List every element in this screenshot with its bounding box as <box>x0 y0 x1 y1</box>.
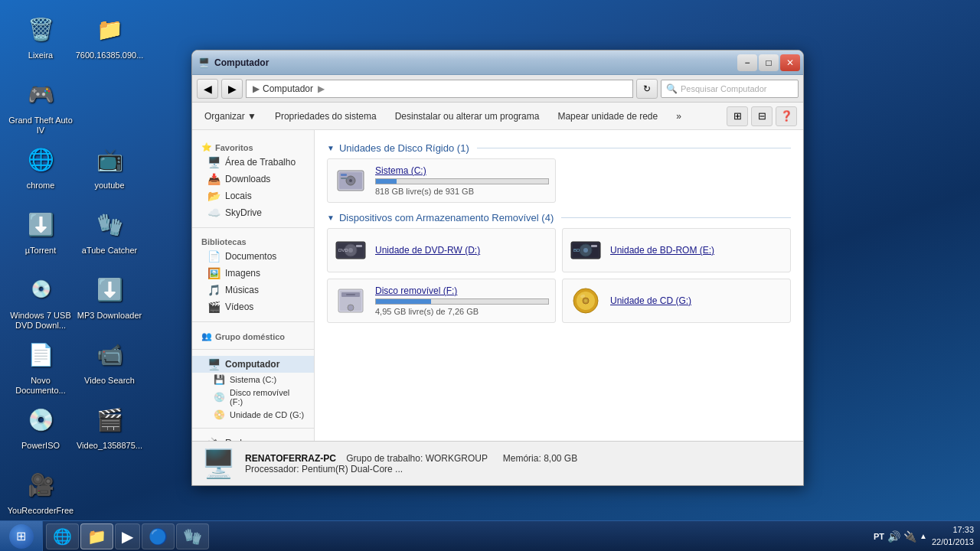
toolbar-organizar[interactable]: Organizar ▼ <box>198 108 263 125</box>
sidebar-item-imagens[interactable]: 🖼️ Imagens <box>192 265 314 282</box>
sidebar-item-rede[interactable]: 🔌 Rede <box>192 435 314 441</box>
toolbar-more[interactable]: » <box>670 108 688 125</box>
desktop-icon-novo[interactable]: 📄 Novo Documento... <box>6 331 75 396</box>
sidebar: ⭐ Favoritos 🖥️ Área de Trabalho 📥 Downlo… <box>192 130 315 441</box>
drive-dvdrw[interactable]: DVD Unidade de DVD-RW (D:) <box>327 228 556 272</box>
tray-network-icon[interactable]: 🔌 <box>903 530 916 543</box>
close-button[interactable]: ✕ <box>780 54 800 71</box>
sidebar-subitem-discof[interactable]: 💿 Disco removível (F:) <box>192 386 314 408</box>
tray-volume-icon[interactable]: 🔊 <box>887 530 900 543</box>
start-orb: ⊞ <box>9 524 34 549</box>
svg-point-15 <box>583 248 588 253</box>
desktop-icon-win7usb[interactable]: 💿 Windows 7 USB DVD Downl... <box>6 266 75 331</box>
sidebar-item-videos[interactable]: 🎬 Vídeos <box>192 298 314 315</box>
sidebar-separator-3 <box>192 349 314 350</box>
desktop-icon-atubecatcher[interactable]: 🧤 aTube Catcher <box>75 201 144 266</box>
sidebar-item-documentos[interactable]: 📄 Documentos <box>192 248 314 265</box>
forward-button[interactable]: ▶ <box>221 79 243 99</box>
sidebar-item-skydrive[interactable]: ☁️ SkyDrive <box>192 204 314 221</box>
sidebar-item-musicas[interactable]: 🎵 Músicas <box>192 282 314 298</box>
tray-arrow-icon[interactable]: ▲ <box>920 532 927 540</box>
desktop-icon-video135[interactable]: 🎬 Video_1358875... <box>75 396 144 461</box>
taskbar-chrome[interactable]: 🔵 <box>142 523 175 549</box>
desktop-icons: 🗑️ Lixeira 📁 7600.16385.090... 🎮 Grand T… <box>0 0 184 520</box>
sidebar-separator-2 <box>192 321 314 322</box>
computer-name: RENATOFERRAZ-PC <box>245 453 336 464</box>
desktop-icon-recycle[interactable]: 🗑️ Lixeira <box>6 6 75 71</box>
sidebar-item-locais[interactable]: 📂 Locais <box>192 187 314 204</box>
sidebar-item-computador[interactable]: 🖥️ Computador <box>192 356 314 373</box>
sidebar-item-downloads[interactable]: 📥 Downloads <box>192 171 314 187</box>
svg-rect-22 <box>346 294 355 295</box>
statusbar: 🖥️ RENATOFERRAZ-PC Grupo de trabalho: WO… <box>192 441 803 485</box>
desktop-icon-mp3downloader[interactable]: ⬇️ MP3 Downloader <box>75 266 144 331</box>
taskbar-media[interactable]: ▶ <box>115 523 140 549</box>
svg-text:DVD: DVD <box>338 248 348 253</box>
desktop-icon-utorrent[interactable]: ⬇️ µTorrent <box>6 201 75 266</box>
music-icon: 🎵 <box>207 284 220 296</box>
statusbar-line2: Processador: Pentium(R) Dual-Core ... <box>245 464 577 474</box>
svg-rect-5 <box>341 178 348 179</box>
skydrive-icon: ☁️ <box>207 207 220 219</box>
drive-c[interactable]: Sistema (C:) 818 GB livre(s) de 931 GB <box>327 158 556 203</box>
harddisk-drives-grid: Sistema (C:) 818 GB livre(s) de 931 GB <box>327 158 791 203</box>
refresh-button[interactable]: ↻ <box>636 79 658 99</box>
search-box[interactable]: 🔍 Pesquisar Computador <box>661 80 799 98</box>
view-details-button[interactable]: ⊞ <box>727 106 748 126</box>
drive-bdrom[interactable]: BD Unidade de BD-ROM (E:) <box>562 228 791 272</box>
desktop-icon-gta[interactable]: 🎮 Grand Theft Auto IV <box>6 71 75 136</box>
drive-c-icon <box>334 164 368 197</box>
svg-point-9 <box>348 248 353 253</box>
search-icon: 🔍 <box>666 83 678 94</box>
desktop-icon-videosearch[interactable]: 📹 Video Search <box>75 331 144 396</box>
svg-rect-10 <box>356 245 362 247</box>
removable-section-header: Dispositivos com Armazenamento Removível… <box>327 212 791 223</box>
images-icon: 🖼️ <box>207 267 220 279</box>
drive-c-bar-container <box>375 178 549 184</box>
address-input[interactable]: ▶ Computador ▶ <box>246 80 633 98</box>
drive-f-icon: 💿 <box>214 392 225 403</box>
desktop-icon-poweriso[interactable]: 💿 PowerISO <box>6 396 75 461</box>
drive-cd-g[interactable]: Unidade de CD (G:) <box>562 279 791 323</box>
sidebar-subitem-sistemac[interactable]: 💾 Sistema (C:) <box>192 373 314 386</box>
drive-removable-f[interactable]: Disco removível (F:) 4,95 GB livre(s) de… <box>327 279 556 323</box>
breadcrumb-arrow: ▶ <box>318 83 325 94</box>
sidebar-section-rede: 🔌 Rede <box>192 432 314 441</box>
maximize-button[interactable]: □ <box>759 54 779 71</box>
sidebar-item-areatrabalho[interactable]: 🖥️ Área de Trabalho <box>192 154 314 171</box>
section-line-1 <box>477 148 791 148</box>
taskbar-atube[interactable]: 🧤 <box>176 523 209 549</box>
desktop-icon-chrome[interactable]: 🌐 chrome <box>6 136 75 201</box>
toolbar-mapear[interactable]: Mapear unidade de rede <box>551 108 664 125</box>
sidebar-section-grupodomestico: 👥 Grupo doméstico <box>192 325 314 346</box>
taskbar-explorer[interactable]: 📁 <box>80 523 113 549</box>
toolbar-right: ⊞ ⊟ ❓ <box>727 106 797 126</box>
taskbar-clock[interactable]: 17:33 22/01/2013 <box>932 524 974 548</box>
taskbar: ⊞ 🌐 📁 ▶ 🔵 🧤 PT 🔊 🔌 ▲ 17:33 22/01/2013 <box>0 520 980 551</box>
desktop-icon-empty <box>75 71 144 136</box>
workgroup-text: Grupo de trabalho: WORKGROUP <box>346 453 488 464</box>
star-icon: ⭐ <box>201 142 212 152</box>
back-button[interactable]: ◀ <box>197 79 218 99</box>
view-pane-button[interactable]: ⊟ <box>751 106 773 126</box>
cd-g-icon <box>569 284 603 318</box>
bdrom-info: Unidade de BD-ROM (E:) <box>610 245 784 256</box>
start-button[interactable]: ⊞ <box>0 521 43 552</box>
explorer-window: 🖥️ Computador − □ ✕ ◀ ▶ ▶ Computador ▶ ↻ <box>191 50 804 486</box>
removable-f-bar <box>376 299 431 304</box>
toolbar-desinstalar[interactable]: Desinstalar ou alterar um programa <box>389 108 546 125</box>
removable-f-bar-container <box>375 298 549 305</box>
clock-time: 17:33 <box>932 524 974 536</box>
desktop-icon-youtube[interactable]: 📺 youtube <box>75 136 144 201</box>
drive-c-bar <box>376 179 397 184</box>
sidebar-heading-favoritos: ⭐ Favoritos <box>192 139 314 154</box>
toolbar-propriedades[interactable]: Propriedades do sistema <box>269 108 383 125</box>
minimize-button[interactable]: − <box>737 54 757 71</box>
desktop-icon-folder7600[interactable]: 📁 7600.16385.090... <box>75 6 144 71</box>
drive-c-info: Sistema (C:) 818 GB livre(s) de 931 GB <box>375 165 549 196</box>
desktop-icon-yourecorder[interactable]: 🎥 YouRecorderFree <box>6 461 75 527</box>
help-button[interactable]: ❓ <box>776 106 797 126</box>
taskbar-ie[interactable]: 🌐 <box>46 523 79 549</box>
sidebar-subitem-cdg[interactable]: 📀 Unidade de CD (G:) <box>192 408 314 422</box>
statusbar-line1: RENATOFERRAZ-PC Grupo de trabalho: WORKG… <box>245 453 577 464</box>
